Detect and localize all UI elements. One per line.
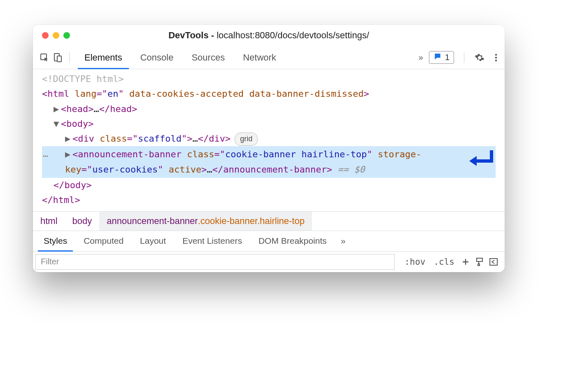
toolbar-right: » 1 — [419, 51, 501, 64]
dom-tree[interactable]: <!DOCTYPE html> <html lang="en" data-coo… — [33, 69, 505, 211]
styles-subtabs: Styles Computed Layout Event Listeners D… — [33, 231, 505, 252]
chat-icon — [433, 52, 442, 63]
issues-button[interactable]: 1 — [429, 51, 454, 64]
styles-filter-row: :hov .cls — [33, 252, 505, 272]
styles-filter-input[interactable] — [35, 254, 395, 270]
body-close-row[interactable]: </body> — [42, 178, 505, 193]
tab-sources[interactable]: Sources — [182, 46, 234, 69]
inspect-element-icon[interactable] — [39, 52, 50, 63]
subtab-dom-breakpoints[interactable]: DOM Breakpoints — [250, 231, 335, 251]
svg-rect-2 — [57, 56, 61, 62]
svg-rect-7 — [478, 264, 480, 266]
hov-toggle[interactable]: :hov — [401, 252, 430, 272]
overflow-dots-icon[interactable]: ⋯ — [43, 149, 49, 163]
breadcrumbs: html body announcement-banner.cookie-ban… — [33, 211, 505, 231]
zoom-window-button[interactable] — [63, 32, 70, 39]
grid-badge[interactable]: grid — [235, 133, 258, 146]
tabs-overflow-icon[interactable]: » — [419, 53, 423, 62]
paint-brush-icon[interactable] — [473, 257, 487, 267]
subtabs-overflow-icon[interactable]: » — [335, 231, 352, 251]
kebab-menu-icon[interactable] — [491, 52, 501, 63]
minimize-window-button[interactable] — [53, 32, 59, 39]
body-open-row[interactable]: ▼<body> — [42, 117, 505, 131]
subtab-styles[interactable]: Styles — [35, 231, 75, 251]
crumb-announcement-banner[interactable]: announcement-banner.cookie-banner.hairli… — [99, 212, 312, 231]
main-tabs: Elements Console Sources Network — [75, 46, 285, 69]
svg-point-5 — [495, 59, 497, 61]
crumb-body[interactable]: body — [65, 212, 100, 231]
new-style-rule-icon[interactable] — [459, 257, 473, 267]
doctype-row[interactable]: <!DOCTYPE html> — [42, 72, 505, 86]
head-row[interactable]: ▶<head>…</head> — [42, 102, 505, 117]
tab-elements[interactable]: Elements — [75, 46, 131, 69]
cls-toggle[interactable]: .cls — [429, 252, 459, 272]
svg-point-3 — [495, 54, 497, 55]
annotation-arrow-icon — [467, 149, 495, 173]
subtab-computed[interactable]: Computed — [75, 231, 132, 251]
tab-network[interactable]: Network — [234, 46, 285, 69]
svg-rect-8 — [490, 259, 497, 265]
device-toggle-icon[interactable] — [52, 52, 63, 63]
window-controls — [42, 32, 70, 39]
window-title: DevTools - localhost:8080/docs/devtools/… — [168, 30, 369, 41]
computed-toggle-icon[interactable] — [487, 257, 501, 267]
svg-rect-6 — [477, 258, 482, 261]
svg-point-4 — [495, 56, 497, 58]
div-scaffold-row[interactable]: ▶<div class="scaffold">…</div>grid — [42, 131, 505, 146]
close-window-button[interactable] — [42, 32, 49, 39]
settings-icon[interactable] — [474, 52, 485, 63]
subtab-layout[interactable]: Layout — [132, 231, 174, 251]
html-open-row[interactable]: <html lang="en" data-cookies-accepted da… — [42, 86, 505, 101]
devtools-window: DevTools - localhost:8080/docs/devtools/… — [33, 25, 505, 272]
html-close-row[interactable]: </html> — [42, 193, 505, 208]
titlebar: DevTools - localhost:8080/docs/devtools/… — [33, 25, 505, 46]
crumb-html[interactable]: html — [33, 212, 65, 231]
title-url: localhost:8080/docs/devtools/settings/ — [217, 30, 369, 40]
toolbar-separator — [69, 52, 70, 63]
announcement-banner-row[interactable]: ⋯ ▶<announcement-banner class="cookie-ba… — [42, 146, 496, 178]
issues-count: 1 — [445, 53, 450, 62]
subtab-event-listeners[interactable]: Event Listeners — [174, 231, 250, 251]
toolbar-separator-2 — [464, 52, 464, 63]
title-prefix: DevTools - — [168, 30, 217, 40]
tab-console[interactable]: Console — [131, 46, 183, 69]
main-toolbar: Elements Console Sources Network » 1 — [33, 46, 505, 69]
